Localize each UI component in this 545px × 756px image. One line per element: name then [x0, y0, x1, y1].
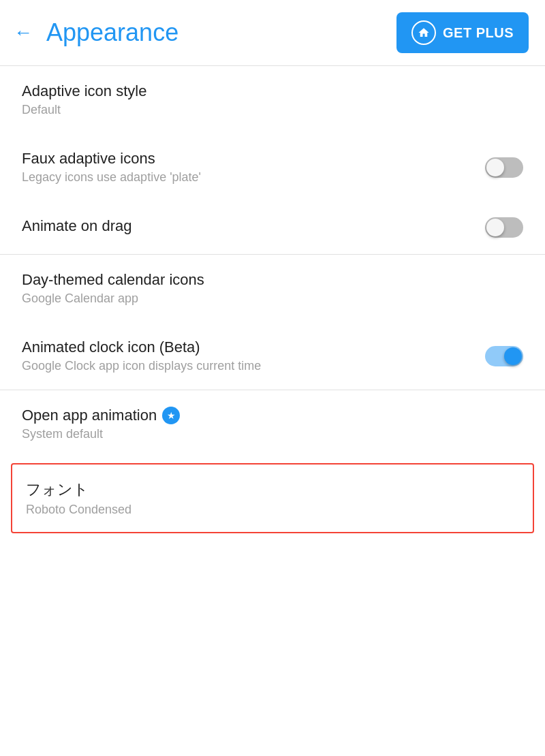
font-title: フォント [26, 479, 519, 500]
adaptive-icon-style-subtitle: Default [22, 103, 523, 117]
settings-item-faux-adaptive-icons[interactable]: Faux adaptive icons Legacy icons use ada… [0, 133, 545, 201]
animated-clock-icon-title: Animated clock icon (Beta) [22, 338, 485, 356]
open-app-animation-title: Open app animation ★ [22, 407, 180, 424]
header-left: ← Appearance [14, 18, 178, 47]
toggle-thumb [504, 347, 522, 365]
day-themed-calendar-icons-title: Day-themed calendar icons [22, 271, 523, 289]
settings-item-font[interactable]: フォント Roboto Condensed [11, 463, 534, 533]
settings-list: Adaptive icon style Default Faux adaptiv… [0, 66, 545, 533]
faux-adaptive-icons-subtitle: Legacy icons use adaptive 'plate' [22, 170, 485, 185]
open-app-animation-subtitle: System default [22, 427, 523, 441]
animated-clock-icon-subtitle: Google Clock app icon displays current t… [22, 359, 485, 373]
animated-clock-icon-toggle[interactable] [485, 346, 523, 366]
font-subtitle: Roboto Condensed [26, 503, 519, 517]
animated-clock-icon-text: Animated clock icon (Beta) Google Clock … [22, 338, 485, 373]
settings-item-animate-on-drag[interactable]: Animate on drag [0, 201, 545, 254]
get-plus-button[interactable]: GET PLUS [396, 12, 529, 53]
toggle-thumb [486, 159, 504, 176]
star-badge: ★ [162, 407, 180, 424]
faux-adaptive-icons-text: Faux adaptive icons Legacy icons use ada… [22, 150, 485, 185]
faux-adaptive-icons-toggle[interactable] [485, 157, 523, 178]
day-themed-calendar-icons-text: Day-themed calendar icons Google Calenda… [22, 271, 523, 306]
settings-item-adaptive-icon-style[interactable]: Adaptive icon style Default [0, 66, 545, 133]
page-title: Appearance [46, 18, 178, 47]
animate-on-drag-text: Animate on drag [22, 217, 485, 238]
settings-item-animated-clock-icon[interactable]: Animated clock icon (Beta) Google Clock … [0, 322, 545, 390]
adaptive-icon-style-text: Adaptive icon style Default [22, 82, 523, 117]
get-plus-label: GET PLUS [443, 25, 514, 41]
font-text: フォント Roboto Condensed [26, 479, 519, 517]
adaptive-icon-style-title: Adaptive icon style [22, 82, 523, 100]
animate-on-drag-toggle[interactable] [485, 217, 523, 238]
back-button[interactable]: ← [14, 23, 33, 42]
settings-item-open-app-animation[interactable]: Open app animation ★ System default [0, 390, 545, 458]
animate-on-drag-title: Animate on drag [22, 217, 485, 235]
header: ← Appearance GET PLUS [0, 0, 545, 66]
day-themed-calendar-icons-subtitle: Google Calendar app [22, 292, 523, 306]
faux-adaptive-icons-title: Faux adaptive icons [22, 150, 485, 168]
open-app-animation-text: Open app animation ★ System default [22, 407, 523, 441]
toggle-thumb [486, 219, 504, 236]
home-icon [411, 20, 436, 45]
settings-item-day-themed-calendar-icons[interactable]: Day-themed calendar icons Google Calenda… [0, 255, 545, 322]
